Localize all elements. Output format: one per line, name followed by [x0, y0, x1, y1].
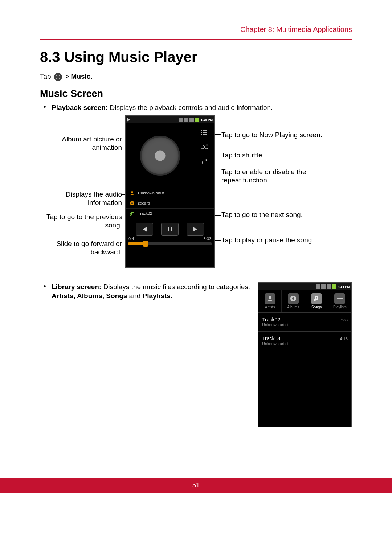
- song-row[interactable]: Track02 Unknown artist 3:33: [258, 313, 351, 332]
- shuffle-icon[interactable]: [200, 143, 209, 151]
- chapter-header: Chapter 8: Multimedia Applications: [240, 25, 352, 34]
- network-icon: [327, 284, 331, 289]
- bullet-dot: •: [40, 103, 52, 112]
- battery-icon: [332, 284, 336, 289]
- playback-diagram: Album art picture or animation Displays …: [40, 115, 352, 275]
- apps-icon: [54, 73, 62, 81]
- callout-prev-song: Tap to go to the previous song.: [40, 213, 122, 230]
- album-art-area: [126, 123, 195, 188]
- bullet2-rest2: and: [127, 292, 142, 300]
- song-title: Track03: [262, 336, 348, 341]
- phone-library-screenshot: 4:14 PM Artists Albums Songs P: [258, 282, 352, 427]
- callout-album-art: Album art picture or animation: [40, 135, 122, 152]
- total-time: 3:33: [204, 237, 211, 241]
- tap-instruction: Tap > Music.: [40, 73, 352, 81]
- callout-now-playing: Tap to go to Now Playing screen.: [221, 131, 323, 139]
- play-icon: [127, 118, 130, 122]
- play-pause-button[interactable]: [161, 223, 179, 236]
- track-text: Track02: [138, 211, 152, 216]
- section-title: 8.3 Using Music Player: [40, 49, 352, 65]
- wifi-icon: [184, 118, 188, 122]
- tab-artists[interactable]: Artists: [258, 290, 282, 312]
- progress-slider[interactable]: [128, 242, 212, 245]
- playlists-icon: [334, 293, 345, 304]
- bullet2-period: .: [171, 292, 172, 300]
- battery-icon: [195, 118, 199, 122]
- song-duration: 3:33: [340, 318, 348, 322]
- tab-label: Songs: [311, 305, 322, 309]
- tab-label: Artists: [265, 305, 275, 309]
- status-time: 4:14 PM: [338, 285, 350, 288]
- svg-point-2: [131, 202, 133, 204]
- bullet2-lead: Library screen:: [52, 283, 103, 291]
- song-duration: 4:18: [340, 337, 348, 341]
- svg-point-0: [131, 191, 133, 193]
- bullet2-rest1: Displays the music files according to ca…: [103, 283, 250, 291]
- progress-fill: [128, 242, 144, 245]
- page-footer: 51: [0, 478, 392, 493]
- bullet-rest: Displays the playback controls and audio…: [110, 104, 273, 111]
- signal-icon: [179, 118, 183, 122]
- elapsed-time: 0:41: [128, 237, 136, 241]
- tab-label: Playlists: [333, 305, 347, 309]
- bullet-dot: •: [40, 282, 52, 424]
- svg-rect-4: [171, 227, 172, 231]
- header-rule: [40, 39, 352, 40]
- bullet-playback: • Playback screen: Displays the playback…: [40, 103, 352, 112]
- albums-icon: [288, 293, 299, 304]
- callout-repeat: Tap to enable or disable the repeat func…: [221, 168, 323, 185]
- album-text: sdcard: [138, 201, 150, 205]
- callout-slide: Slide to go forward or backward.: [40, 239, 122, 257]
- subheading-music-screen: Music Screen: [40, 88, 352, 99]
- next-button[interactable]: [187, 223, 204, 236]
- phone-playback-screenshot: 4:16 PM: [125, 115, 215, 268]
- artist-icon: [129, 190, 135, 196]
- signal-icon: [316, 284, 320, 289]
- status-time: 4:16 PM: [200, 118, 213, 122]
- callout-play-pause: Tap to play or pause the song.: [221, 236, 323, 245]
- bullet2-bold1: Artists, Albums, Songs: [52, 292, 127, 300]
- album-icon: [129, 200, 135, 206]
- svg-rect-3: [168, 227, 169, 231]
- artists-icon: [265, 293, 275, 304]
- callout-audio-info: Displays the audio information: [40, 190, 122, 208]
- wifi-icon: [321, 284, 326, 289]
- song-artist: Unknown artist: [262, 323, 348, 327]
- song-artist: Unknown artist: [262, 341, 348, 346]
- callout-shuffle: Tap to shuffle.: [221, 151, 323, 160]
- network-icon: [189, 118, 194, 122]
- progress-knob[interactable]: [143, 241, 148, 247]
- bullet-library: Library screen: Displays the music files…: [52, 282, 250, 424]
- bullet2-bold2: Playlists: [143, 292, 171, 300]
- tab-playlists[interactable]: Playlists: [328, 290, 351, 312]
- svg-point-5: [269, 296, 271, 299]
- callout-next-song: Tap to go to the next song.: [221, 210, 323, 219]
- song-row[interactable]: Track03 Unknown artist 4:18: [258, 332, 351, 350]
- page-number: 51: [192, 481, 200, 489]
- disc-icon: [140, 136, 180, 176]
- music-label: Music: [71, 73, 91, 80]
- svg-point-7: [292, 297, 294, 300]
- arrow-text: >: [63, 73, 71, 80]
- previous-button[interactable]: [136, 223, 153, 236]
- tab-songs[interactable]: Songs: [305, 290, 328, 312]
- repeat-icon[interactable]: [200, 157, 209, 165]
- audio-info-rows: Unknown artist sdcard Track02: [126, 188, 214, 218]
- song-title: Track02: [262, 317, 348, 323]
- now-playing-icon[interactable]: [200, 128, 209, 136]
- songs-icon: [311, 293, 322, 304]
- artist-text: Unknown artist: [138, 191, 164, 195]
- period: .: [90, 73, 92, 80]
- status-bar: 4:14 PM: [258, 283, 351, 290]
- track-icon: [129, 210, 135, 216]
- status-bar: 4:16 PM: [126, 116, 214, 123]
- tab-albums[interactable]: Albums: [282, 290, 305, 312]
- bullet-lead: Playback screen:: [52, 104, 110, 111]
- tab-label: Albums: [287, 305, 299, 309]
- tap-text: Tap: [40, 73, 53, 80]
